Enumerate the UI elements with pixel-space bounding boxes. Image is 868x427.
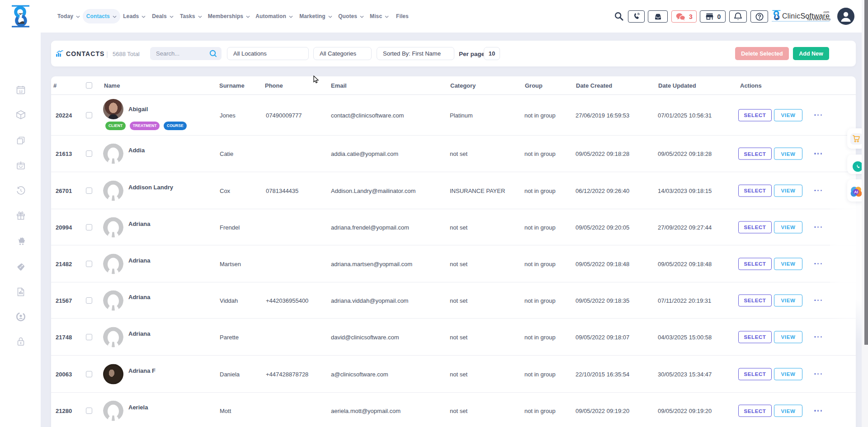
svg-text:AI: AI — [854, 190, 858, 194]
svg-text:.com: .com — [823, 10, 829, 14]
svg-text:12: 12 — [19, 89, 23, 94]
svg-text:TEN STEPS AHEAD: TEN STEPS AHEAD — [807, 19, 830, 21]
